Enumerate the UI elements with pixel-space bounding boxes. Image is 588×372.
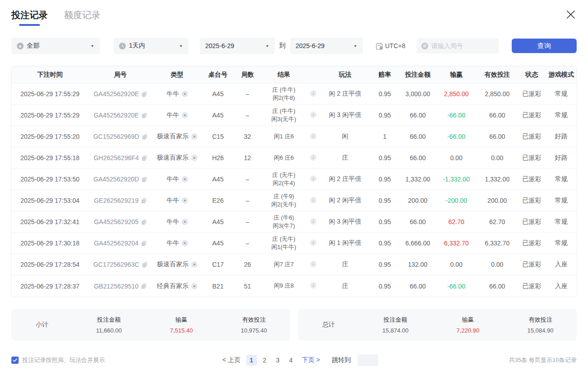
game-type: 极速百家乐: [157, 260, 189, 269]
page-button-2[interactable]: 2: [259, 355, 270, 366]
game-type: 牛牛: [167, 239, 179, 247]
odds: 0.95: [370, 154, 400, 162]
betting-records-modal: 投注记录额度记录 ♠ 全部 ▼ 1天内 ▼ 2025-6-29 ▼ 到 2025…: [0, 0, 588, 372]
time-range-select[interactable]: 1天内 ▼: [114, 38, 188, 54]
game-type-cell: 极速百家乐: [152, 260, 202, 269]
round-id: GB2125629510: [94, 283, 138, 290]
table-number: A45: [202, 112, 234, 119]
play-expand-icon[interactable]: [182, 112, 188, 118]
copy-icon[interactable]: [142, 91, 147, 97]
play-expand-icon[interactable]: [182, 91, 188, 97]
merge-records-label: 投注记录按照局、玩法合并展示: [22, 356, 105, 364]
info-icon[interactable]: i: [310, 90, 316, 97]
date-from-select[interactable]: 2025-6-29 ▼: [200, 38, 275, 54]
table-row: 2025-06-29 17:53:50 GA452562920D 牛牛 A45 …: [11, 169, 577, 190]
round-id-cell: GB2125629510: [89, 283, 152, 290]
bet-time: 2025-06-29 17:55:29: [11, 90, 89, 98]
game-mode: 常规: [546, 175, 577, 183]
copy-icon[interactable]: [141, 219, 147, 225]
copy-icon[interactable]: [142, 176, 147, 182]
game-type-select[interactable]: ♠ 全部 ▼: [11, 38, 100, 54]
game-type-cell: 极速百家乐: [152, 154, 202, 162]
game-type: 牛牛: [167, 90, 179, 98]
valid-bet: 1,332.00: [477, 176, 518, 183]
info-cell: i: [306, 133, 320, 141]
play-expand-icon[interactable]: [191, 283, 198, 289]
copy-icon[interactable]: [142, 262, 148, 268]
play-expand-icon[interactable]: [191, 133, 198, 140]
play-expand-icon[interactable]: [182, 176, 188, 182]
copy-icon[interactable]: [141, 198, 147, 204]
info-cell: i: [306, 197, 320, 205]
play-expand-icon[interactable]: [182, 219, 188, 225]
round-id-cell: GA452562920D: [89, 176, 152, 183]
jump-page-input[interactable]: [357, 354, 378, 366]
page-button-1[interactable]: 1: [246, 355, 257, 366]
tab-quota-records[interactable]: 额度记录: [64, 9, 100, 26]
next-page-button[interactable]: 下页 >: [302, 356, 320, 364]
bet-time: 2025-06-29 17:55:20: [11, 133, 89, 140]
valid-bet: 66.00: [477, 112, 518, 119]
table-row: 2025-06-29 17:55:18 GH26256296F4 极速百家乐 H…: [11, 147, 577, 169]
result: 庄 (无牛)闲2(牛4): [261, 171, 306, 187]
play-type: 闲 1 闲平倍: [320, 239, 370, 247]
round-count: –: [234, 90, 261, 98]
column-header: 赔率: [370, 71, 400, 79]
play-expand-icon[interactable]: [182, 240, 188, 246]
win-loss: -1,332.00: [436, 176, 477, 183]
round-count: 32: [234, 133, 261, 140]
merge-records-toggle[interactable]: 投注记录按照局、玩法合并展示: [11, 356, 105, 364]
bet-time: 2025-06-29 17:30:18: [11, 240, 89, 247]
round-id: GH26256296F4: [94, 154, 139, 162]
summary-item: 投注金额11,660.00: [73, 316, 145, 334]
close-icon[interactable]: [565, 9, 576, 20]
copy-icon[interactable]: [142, 113, 147, 118]
round-id: GE2625629219: [94, 197, 138, 204]
copy-icon[interactable]: [141, 283, 147, 289]
tab-betting-records[interactable]: 投注记录: [11, 9, 48, 26]
info-icon[interactable]: i: [310, 112, 316, 118]
odds: 0.95: [370, 283, 400, 290]
play-type: 闲: [320, 132, 370, 141]
info-icon[interactable]: i: [310, 261, 316, 267]
game-mode: 好路: [546, 154, 577, 162]
info-icon[interactable]: i: [310, 282, 316, 289]
info-icon[interactable]: i: [310, 240, 316, 246]
total-label: 总计: [298, 321, 359, 329]
info-icon[interactable]: i: [310, 176, 316, 182]
column-header: 输赢: [436, 71, 477, 79]
info-icon[interactable]: i: [310, 154, 316, 161]
copy-icon[interactable]: [141, 240, 147, 246]
round-number-input[interactable]: [431, 42, 490, 49]
play-expand-icon[interactable]: [182, 197, 188, 204]
info-icon[interactable]: i: [310, 218, 316, 225]
page-button-3[interactable]: 3: [272, 355, 283, 366]
page-button-4[interactable]: 4: [286, 355, 296, 366]
search-button[interactable]: 查询: [512, 39, 577, 53]
game-type-cell: 牛牛: [152, 239, 202, 247]
info-icon[interactable]: i: [310, 133, 316, 139]
win-loss: 0.00: [436, 261, 477, 268]
play-expand-icon[interactable]: [191, 155, 198, 161]
round-id-cell: GA4525629205: [89, 218, 152, 225]
prev-page-button[interactable]: < 上页: [222, 356, 241, 364]
bet-time: 2025-06-29 17:53:50: [11, 176, 89, 183]
status-badge: 已派彩: [518, 282, 546, 290]
play-expand-icon[interactable]: [191, 261, 198, 268]
copy-icon[interactable]: [142, 155, 147, 161]
play-type: 闲 2 庄平倍: [320, 90, 370, 98]
round-count: 12: [234, 154, 261, 162]
summary-item: 有效投注10,975.40: [217, 316, 290, 334]
date-to-select[interactable]: 2025-6-29 ▼: [290, 38, 363, 54]
clock-icon: [119, 43, 126, 49]
win-loss: 0.00: [436, 154, 477, 162]
status-badge: 已派彩: [518, 132, 546, 141]
column-header: 有效投注: [477, 71, 518, 79]
copy-icon[interactable]: [142, 134, 148, 140]
checkbox-checked-icon[interactable]: [11, 357, 19, 364]
status-badge: 已派彩: [518, 260, 546, 269]
info-icon[interactable]: i: [310, 197, 316, 203]
column-header: 下注时间: [11, 71, 89, 79]
table-row: 2025-06-29 17:28:54 GC172562963C 极速百家乐 C…: [11, 254, 577, 275]
bet-time: 2025-06-29 17:28:37: [11, 283, 89, 290]
